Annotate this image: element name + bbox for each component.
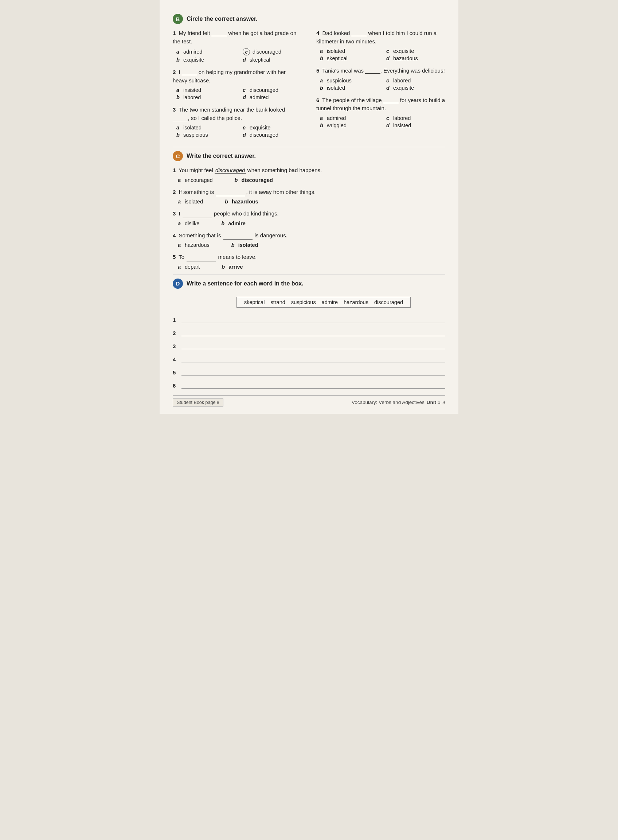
write-line-5: 5 — [173, 368, 445, 375]
write-rule-4[interactable] — [181, 354, 445, 362]
option-b1a: a admired — [176, 48, 235, 56]
option-b4b: b skeptical — [320, 55, 379, 62]
page: B Circle the correct answer. 1 My friend… — [160, 0, 458, 414]
section-b-questions: 1 My friend felt _____ when he got a bad… — [173, 29, 445, 143]
option-c1a: a encouraged — [178, 177, 213, 183]
question-c3-text: 3 I people who do kind things. — [173, 209, 445, 218]
question-b4-text: 4 Dad looked _____ when I told him I cou… — [316, 29, 445, 46]
write-line-1: 1 — [173, 315, 445, 323]
question-b1-options: a admired c discouraged b exquisite d sk… — [173, 48, 302, 63]
question-b4-options: a isolated c exquisite b skeptical d haz… — [316, 48, 445, 62]
question-c4-text: 4 Something that is is dangerous. — [173, 231, 445, 240]
question-c4: 4 Something that is is dangerous. a haza… — [173, 231, 445, 249]
page-number: 3 — [443, 399, 445, 405]
option-b1c: c discouraged — [243, 48, 302, 56]
option-b6a: a admired — [320, 115, 379, 121]
footer-unit-label: Unit 1 — [427, 399, 441, 405]
option-b4c: c exquisite — [386, 48, 445, 54]
option-c3a: a dislike — [178, 220, 199, 227]
student-book-ref: Student Book page 8 — [173, 399, 223, 407]
option-b5a: a suspicious — [320, 77, 379, 84]
question-c3: 3 I people who do kind things. a dislike… — [173, 209, 445, 227]
option-b6c: c labored — [386, 115, 445, 121]
footer-vocab-label: Vocabulary: Verbs and Adjectives — [352, 399, 425, 405]
question-c2-text: 2 If something is , it is away from othe… — [173, 188, 445, 197]
blank-c5 — [187, 253, 216, 261]
option-b5d: d exquisite — [386, 85, 445, 91]
section-b-title: Circle the correct answer. — [187, 16, 258, 22]
write-line-2: 2 — [173, 328, 445, 336]
option-c5b: b arrive — [221, 264, 243, 270]
question-c5: 5 To means to leave. a depart b arrive — [173, 253, 445, 270]
section-b-header: B Circle the correct answer. — [173, 14, 445, 24]
question-b2-options: a insisted c discouraged b labored d adm… — [173, 87, 302, 101]
section-d-header: D Write a sentence for each word in the … — [173, 279, 445, 289]
option-c2a: a isolated — [178, 198, 203, 205]
option-c2b: b hazardous — [225, 198, 258, 205]
option-b2d: d admired — [243, 94, 302, 101]
write-line-6: 6 — [173, 381, 445, 389]
option-b3a: a isolated — [176, 124, 235, 131]
question-b5-options: a suspicious c labored b isolated d exqu… — [316, 77, 445, 91]
question-c1: 1 You might feel discouraged when someth… — [173, 166, 445, 183]
footer-right: Vocabulary: Verbs and Adjectives Unit 1 … — [352, 399, 445, 405]
section-b-right-col: 4 Dad looked _____ when I told him I cou… — [316, 29, 445, 143]
write-rule-6[interactable] — [181, 381, 445, 389]
section-c-header: C Write the correct answer. — [173, 151, 445, 161]
question-b1-text: 1 My friend felt _____ when he got a bad… — [173, 29, 302, 46]
question-b3-text: 3 The two men standing near the bank loo… — [173, 106, 302, 122]
option-b2b: b labored — [176, 94, 235, 101]
option-c4b: b isolated — [232, 242, 258, 248]
option-b2c: c discouraged — [243, 87, 302, 93]
section-b-badge: B — [173, 14, 183, 24]
word-box-container: skeptical strand suspicious admire hazar… — [173, 294, 445, 313]
question-c5-options: a depart b arrive — [173, 264, 445, 270]
option-b4d: d hazardous — [386, 55, 445, 62]
question-c1-text: 1 You might feel discouraged when someth… — [173, 166, 445, 175]
option-b3c: c exquisite — [243, 124, 302, 131]
question-b6-text: 6 The people of the village _____ for ye… — [316, 96, 445, 113]
question-b4: 4 Dad looked _____ when I told him I cou… — [316, 29, 445, 62]
blank-c2 — [216, 188, 245, 197]
question-b5: 5 Tania's meal was _____. Everything was… — [316, 67, 445, 91]
question-b1: 1 My friend felt _____ when he got a bad… — [173, 29, 302, 63]
question-b6: 6 The people of the village _____ for ye… — [316, 96, 445, 129]
option-c4a: a hazardous — [178, 242, 209, 248]
option-c3b: b admire — [221, 220, 246, 227]
option-b1d: d skeptical — [243, 57, 302, 63]
question-c4-options: a hazardous b isolated — [173, 242, 445, 248]
question-c2-options: a isolated b hazardous — [173, 198, 445, 205]
word-box: skeptical strand suspicious admire hazar… — [236, 297, 411, 308]
question-b6-options: a admired c labored b wriggled d insiste… — [316, 115, 445, 129]
question-c3-options: a dislike b admire — [173, 220, 445, 227]
question-c2: 2 If something is , it is away from othe… — [173, 188, 445, 205]
write-lines: 1 2 3 4 5 6 — [173, 315, 445, 389]
section-b-left-col: 1 My friend felt _____ when he got a bad… — [173, 29, 302, 143]
option-c5a: a depart — [178, 264, 200, 270]
question-b2: 2 I _____ on helping my grandmother with… — [173, 68, 302, 101]
write-rule-1[interactable] — [181, 315, 445, 323]
blank-c4 — [223, 231, 253, 240]
write-rule-5[interactable] — [181, 368, 445, 375]
option-b3d: d discouraged — [243, 132, 302, 138]
option-b3b: b suspicious — [176, 132, 235, 138]
option-b2a: a insisted — [176, 87, 235, 93]
section-c-title: Write the correct answer. — [187, 153, 256, 159]
option-b5c: c labored — [386, 77, 445, 84]
question-c5-text: 5 To means to leave. — [173, 253, 445, 261]
section-d-title: Write a sentence for each word in the bo… — [187, 280, 303, 287]
option-b1b: b exquisite — [176, 57, 235, 63]
write-rule-3[interactable] — [181, 341, 445, 349]
write-rule-2[interactable] — [181, 328, 445, 336]
option-b6b: b wriggled — [320, 122, 379, 129]
blank-c3 — [183, 209, 212, 218]
write-line-4: 4 — [173, 354, 445, 362]
option-b6d: d insisted — [386, 122, 445, 129]
question-b3-options: a isolated c exquisite b suspicious d di… — [173, 124, 302, 138]
section-c-badge: C — [173, 151, 183, 161]
option-b4a: a isolated — [320, 48, 379, 54]
option-c1b: b discouraged — [235, 177, 273, 183]
answer-c1: discouraged — [215, 167, 246, 174]
question-b5-text: 5 Tania's meal was _____. Everything was… — [316, 67, 445, 75]
page-footer: Student Book page 8 Vocabulary: Verbs an… — [173, 395, 445, 407]
